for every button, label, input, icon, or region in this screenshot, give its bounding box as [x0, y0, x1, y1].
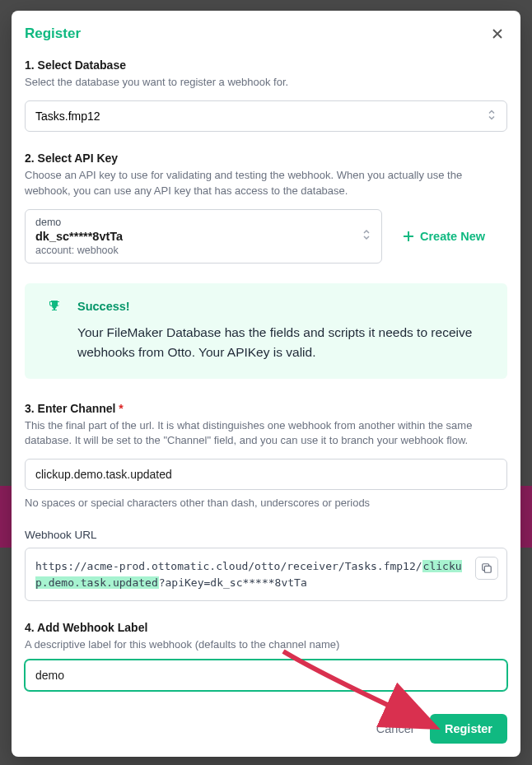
api-key-value: dk_sc*****8vtTa: [35, 230, 352, 243]
section-select-api-key: 2. Select API Key Choose an API key to u…: [25, 152, 507, 264]
webhook-url-prefix: https://acme-prod.ottomatic.cloud/otto/r…: [35, 560, 422, 572]
webhook-url-box: https://acme-prod.ottomatic.cloud/otto/r…: [25, 548, 507, 601]
database-select-value: Tasks.fmp12: [35, 110, 100, 123]
channel-helper: No spaces or special characters other th…: [25, 497, 507, 509]
copy-button[interactable]: [475, 557, 498, 580]
section-desc: This the final part of the url. It is wh…: [25, 418, 507, 450]
chevron-up-down-icon: [362, 228, 371, 245]
plus-icon: [402, 230, 415, 243]
section-desc: A descriptive label for this webhook (de…: [25, 637, 507, 653]
alert-body: Your FileMaker Database has the fields a…: [77, 323, 491, 362]
copy-icon: [481, 562, 492, 574]
create-new-link[interactable]: Create New: [402, 230, 485, 243]
channel-input[interactable]: [25, 459, 507, 490]
register-button[interactable]: Register: [430, 714, 507, 744]
trophy-icon: [48, 300, 61, 316]
section-desc: Select the database you want to register…: [25, 75, 507, 91]
api-key-account: account: webhook: [35, 245, 352, 256]
create-new-label: Create New: [420, 230, 485, 243]
section-enter-channel: 3. Enter Channel * This the final part o…: [25, 402, 507, 510]
api-key-name: demo: [35, 217, 352, 228]
section-webhook-url: Webhook URL https://acme-prod.ottomatic.…: [25, 529, 507, 601]
alert-success: Success! Your FileMaker Database has the…: [25, 283, 507, 379]
cancel-button[interactable]: Cancel: [373, 716, 417, 742]
close-button[interactable]: [488, 24, 507, 44]
label-input[interactable]: [25, 660, 507, 691]
section-title-text: 3. Enter Channel: [25, 402, 119, 415]
alert-title: Success!: [77, 300, 491, 313]
api-key-row: demo dk_sc*****8vtTa account: webhook Cr…: [25, 209, 507, 264]
modal-title: Register: [25, 26, 81, 42]
modal-header: Register: [25, 24, 507, 44]
close-icon: [491, 27, 504, 40]
section-title: 3. Enter Channel *: [25, 402, 507, 415]
database-select[interactable]: Tasks.fmp12: [25, 100, 507, 132]
svg-rect-0: [484, 567, 491, 573]
section-title: 2. Select API Key: [25, 152, 507, 165]
section-title: 4. Add Webhook Label: [25, 621, 507, 634]
section-select-database: 1. Select Database Select the database y…: [25, 58, 507, 132]
required-mark: *: [119, 402, 123, 415]
section-title: 1. Select Database: [25, 58, 507, 72]
section-webhook-label: 4. Add Webhook Label A descriptive label…: [25, 621, 507, 691]
chevron-up-down-icon: [487, 108, 497, 124]
modal-footer: Cancel Register: [25, 714, 507, 744]
section-desc: Choose an API key to use for validating …: [25, 168, 507, 199]
register-modal: Register 1. Select Database Select the d…: [12, 11, 520, 757]
webhook-url-label: Webhook URL: [25, 529, 507, 541]
api-key-select[interactable]: demo dk_sc*****8vtTa account: webhook: [25, 209, 382, 264]
webhook-url-suffix: ?apiKey=dk_sc*****8vtTa: [159, 576, 307, 589]
